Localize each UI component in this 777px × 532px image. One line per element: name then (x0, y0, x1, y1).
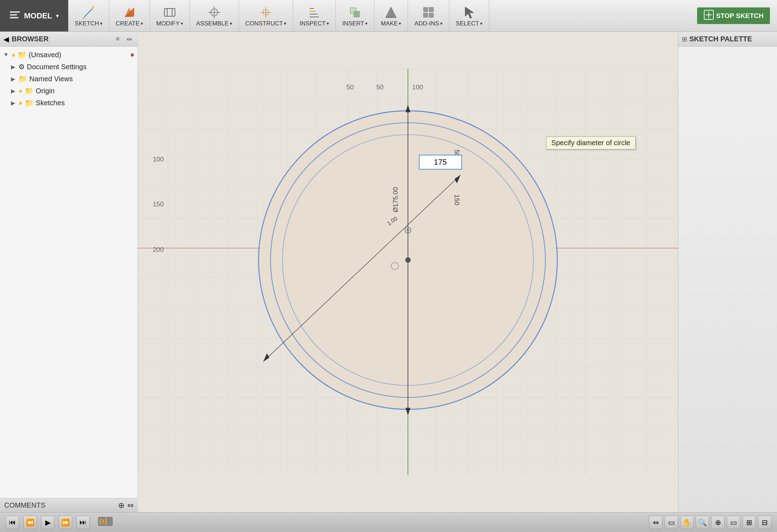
tree-icon-doc: ⚙ (18, 63, 25, 71)
browser-resize-icon[interactable]: ⇔ (124, 35, 134, 44)
sketch-palette-header: ⊞ SKETCH PALETTE (678, 32, 777, 47)
canvas-area[interactable]: Ø175.00 100 150 200 50 50 100 50 150 1.0… (138, 32, 678, 512)
toolbar-inspect[interactable]: INSPECT▾ (293, 0, 336, 31)
svg-text:100: 100 (153, 155, 164, 163)
comments-add-icon[interactable]: ⊕ (118, 501, 124, 510)
play-next-button[interactable]: ⏩ (59, 516, 72, 529)
toolbar-addins[interactable]: ADD-INS▾ (408, 0, 449, 31)
toolbar-make[interactable]: MAKE▾ (374, 0, 408, 31)
make-label: MAKE▾ (381, 20, 401, 27)
addins-icon (421, 5, 436, 20)
tree-item-sketches[interactable]: ▶ ● 📁 Sketches (0, 97, 138, 109)
stop-sketch-button[interactable]: STOP SKETCH (697, 7, 770, 24)
bottom-toolbar: ⏮ ⏪ ▶ ⏩ ⏭ ⇔ ▭ ✋ 🔍 ⊕ ▭ ⊞ ⊟ (0, 512, 777, 532)
tree-icon-origin-folder: 📁 (25, 87, 34, 95)
svg-text:150: 150 (153, 200, 164, 208)
svg-rect-2 (10, 17, 18, 18)
svg-rect-55 (100, 519, 101, 524)
tree-item-named-views[interactable]: ▶ 📁 Named Views (0, 73, 138, 85)
tree-label-root: (Unsaved) (29, 51, 128, 59)
canvas-svg: Ø175.00 100 150 200 50 50 100 50 150 1.0… (138, 32, 678, 512)
svg-rect-0 (10, 11, 20, 13)
display-mode-icon[interactable]: ▭ (727, 516, 740, 529)
move-icon[interactable]: ⇔ (649, 516, 662, 529)
browser-header: ◀ BROWSER ≡ ⇔ (0, 32, 138, 47)
play-end-button[interactable]: ⏭ (76, 516, 90, 529)
make-icon (383, 5, 399, 20)
svg-rect-19 (423, 7, 428, 12)
svg-text:150: 150 (453, 194, 461, 205)
model-dropdown-arrow: ▼ (55, 13, 60, 19)
toolbar-select[interactable]: SELECT▾ (449, 0, 489, 31)
toolbar-insert[interactable]: INSERT▾ (336, 0, 374, 31)
svg-rect-1 (10, 14, 17, 16)
toolbar-create[interactable]: CREATE▾ (109, 0, 150, 31)
play-button[interactable]: ▶ (41, 516, 54, 529)
inspect-icon (306, 5, 322, 20)
browser-tree: ▼ ● 📁 (Unsaved) ⏺ ▶ ⚙ Document Settings … (0, 47, 138, 512)
tree-expand-sketches[interactable]: ▶ (10, 100, 16, 106)
tree-icon-sketches-vis: ● (18, 99, 23, 107)
tree-expand-views[interactable]: ▶ (10, 76, 16, 82)
model-button[interactable]: MODEL ▼ (0, 0, 68, 31)
assemble-label: ASSEMBLE▾ (196, 20, 232, 27)
tree-expand-root[interactable]: ▼ (3, 52, 9, 58)
timeline-icon-area (98, 514, 115, 531)
svg-rect-21 (423, 13, 428, 18)
comments-bar: COMMENTS ⊕ ⇔ (0, 498, 138, 512)
insert-label: INSERT▾ (342, 20, 368, 27)
pan-icon[interactable]: ✋ (680, 516, 694, 529)
sketch-palette-icon: ⊞ (682, 35, 687, 43)
svg-rect-18 (354, 11, 360, 17)
sketch-palette-title: SKETCH PALETTE (689, 35, 773, 43)
stop-sketch-area: STOP SKETCH (690, 0, 777, 31)
play-prev-button[interactable]: ⏪ (23, 516, 37, 529)
play-start-button[interactable]: ⏮ (6, 516, 19, 529)
browser-settings-icon[interactable]: ≡ (113, 35, 122, 43)
tree-item-root[interactable]: ▼ ● 📁 (Unsaved) ⏺ (0, 49, 138, 61)
modify-label: MODIFY▾ (156, 20, 183, 27)
svg-text:Ø175.00: Ø175.00 (392, 187, 399, 212)
zoom-fit-icon[interactable]: ⊕ (711, 516, 725, 529)
svg-point-40 (405, 258, 410, 262)
tree-icon-root: ● (11, 51, 16, 59)
main-layout: ◀ BROWSER ≡ ⇔ ▼ ● 📁 (Unsaved) ⏺ ▶ ⚙ Docu… (0, 32, 777, 512)
svg-rect-57 (105, 518, 107, 525)
comments-resize-icon[interactable]: ⇔ (127, 501, 134, 510)
tree-label-doc: Document Settings (27, 63, 135, 71)
toolbar-modify[interactable]: MODIFY▾ (150, 0, 190, 31)
zoom-icon[interactable]: 🔍 (696, 516, 709, 529)
tree-label-origin: Origin (36, 87, 135, 95)
browser-collapse-icon[interactable]: ◀ (4, 35, 9, 43)
diameter-input[interactable] (419, 155, 462, 170)
select-label: SELECT▾ (456, 20, 483, 27)
grid-toggle-icon[interactable]: ⊞ (742, 516, 756, 529)
tree-label-sketches: Sketches (36, 99, 135, 107)
box-view-icon[interactable]: ▭ (665, 516, 678, 529)
sketch-label: SKETCH▾ (75, 20, 103, 27)
construct-icon (258, 5, 274, 20)
svg-text:200: 200 (153, 246, 164, 253)
assemble-icon (206, 5, 222, 20)
svg-rect-22 (429, 13, 434, 18)
addins-label: ADD-INS▾ (414, 20, 443, 27)
tree-expand-doc[interactable]: ▶ (10, 64, 16, 70)
tree-expand-origin[interactable]: ▶ (10, 88, 16, 94)
tree-item-origin[interactable]: ▶ ● 📁 Origin (0, 85, 138, 97)
grid-settings-icon[interactable]: ⊟ (758, 516, 771, 529)
browser-title: BROWSER (12, 35, 111, 43)
diameter-input-field[interactable] (425, 158, 456, 167)
tree-icon-origin-vis: ● (18, 87, 23, 95)
toolbar-sketch[interactable]: SKETCH▾ (68, 0, 109, 31)
tree-item-doc-settings[interactable]: ▶ ⚙ Document Settings (0, 61, 138, 73)
toolbar-assemble[interactable]: ASSEMBLE▾ (190, 0, 239, 31)
create-icon (122, 5, 137, 20)
toolbar-construct[interactable]: CONSTRUCT▾ (239, 0, 293, 31)
svg-rect-4 (164, 8, 175, 16)
inspect-label: INSPECT▾ (299, 20, 329, 27)
tree-label-views: Named Views (29, 75, 135, 83)
main-toolbar: MODEL ▼ SKETCH▾ CREATE▾ (0, 0, 777, 32)
svg-text:100: 100 (412, 83, 423, 91)
sketch-icon (81, 5, 97, 20)
tree-icon-sketches-folder: 📁 (25, 99, 34, 107)
